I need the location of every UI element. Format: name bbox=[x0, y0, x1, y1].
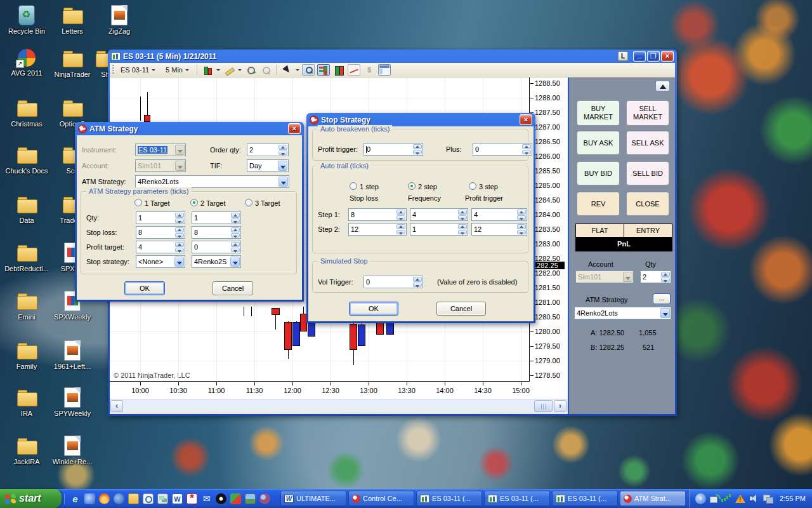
start-button[interactable]: start bbox=[0, 489, 62, 508]
desktop-icon-christmas[interactable]: Christmas bbox=[4, 98, 49, 128]
spin-down-icon[interactable] bbox=[278, 150, 287, 156]
stop-loss-1-stepper[interactable]: 8 bbox=[136, 226, 185, 239]
spinner-arrows[interactable] bbox=[396, 224, 405, 234]
spin-up-icon[interactable] bbox=[517, 224, 526, 229]
step2-stop-loss-stepper[interactable]: 12 bbox=[348, 223, 407, 236]
mail-icon[interactable] bbox=[201, 493, 212, 504]
messenger-icon[interactable] bbox=[84, 493, 95, 504]
spinner-arrows[interactable] bbox=[231, 227, 240, 237]
step1-frequency-stepper[interactable]: 4 bbox=[410, 208, 468, 221]
instrument-select[interactable]: ES 03-11 bbox=[135, 144, 186, 156]
spin-down-icon[interactable] bbox=[175, 248, 184, 253]
spinner-arrows[interactable] bbox=[175, 213, 184, 223]
spinner-arrows[interactable] bbox=[231, 213, 240, 223]
market-depth-button[interactable] bbox=[332, 64, 345, 76]
taskbar-button-es-03-11-[interactable]: ES 03-11 (... bbox=[552, 491, 618, 506]
firefox-icon[interactable] bbox=[99, 493, 110, 504]
scroll-right-button[interactable]: › bbox=[554, 400, 566, 412]
spin-up-icon[interactable] bbox=[661, 272, 670, 277]
executions-button[interactable] bbox=[363, 64, 376, 76]
desktop-icon-family[interactable]: Family bbox=[4, 340, 49, 371]
combo-arrow-icon[interactable] bbox=[230, 257, 240, 267]
data-box-button[interactable] bbox=[302, 64, 315, 76]
volume-icon[interactable] bbox=[749, 493, 759, 504]
spin-up-icon[interactable] bbox=[413, 144, 422, 149]
spin-down-icon[interactable] bbox=[175, 233, 184, 238]
spin-up-icon[interactable] bbox=[231, 227, 240, 232]
radio-1-step[interactable] bbox=[350, 182, 357, 190]
spinner-arrows[interactable] bbox=[458, 210, 467, 220]
spin-up-icon[interactable] bbox=[231, 242, 240, 247]
time-axis[interactable]: 10:0010:3011:0011:3012:0012:3013:0013:30… bbox=[110, 382, 568, 399]
step1-profit-trigger-stepper[interactable]: 4 bbox=[471, 208, 527, 221]
combo-arrow-icon[interactable] bbox=[175, 161, 185, 171]
order-qty-stepper[interactable]: 2 bbox=[247, 144, 289, 156]
instrument-dropdown[interactable]: ES 03-11 bbox=[117, 64, 159, 76]
desktop-icon-emini[interactable]: Emini bbox=[4, 291, 49, 321]
spin-up-icon[interactable] bbox=[413, 277, 422, 282]
taskbar-button-ultimate-[interactable]: ULTIMATE... bbox=[280, 491, 346, 506]
spinner-arrows[interactable] bbox=[278, 145, 287, 155]
atm-more-button[interactable]: ... bbox=[653, 293, 671, 304]
spin-down-icon[interactable] bbox=[517, 230, 526, 235]
chart-trader-button[interactable] bbox=[317, 64, 330, 76]
spin-up-icon[interactable] bbox=[231, 213, 240, 218]
scrollbar-thumb[interactable] bbox=[534, 400, 553, 412]
remote-desktop-icon[interactable] bbox=[157, 493, 168, 504]
tray-chevron-icon[interactable]: ‹ bbox=[695, 493, 706, 504]
combo-arrow-icon[interactable] bbox=[174, 257, 184, 267]
minimize-button[interactable]: _ bbox=[633, 51, 646, 62]
atm-strategy-select[interactable]: 4Renko2Lots bbox=[574, 307, 671, 319]
ok-button[interactable]: OK bbox=[349, 302, 398, 316]
buy-ask-button[interactable]: BUY ASK bbox=[577, 131, 620, 155]
qty-2-stepper[interactable]: 1 bbox=[192, 211, 241, 224]
spinner-arrows[interactable] bbox=[522, 144, 531, 154]
close-button[interactable]: × bbox=[661, 51, 674, 62]
quicken-icon[interactable] bbox=[230, 493, 241, 504]
spinner-arrows[interactable] bbox=[661, 272, 670, 282]
record-icon[interactable] bbox=[216, 493, 226, 504]
folder-icon[interactable] bbox=[128, 493, 139, 504]
taskbar-button-es-03-11-[interactable]: ES 03-11 (... bbox=[484, 491, 550, 506]
spin-up-icon[interactable] bbox=[175, 227, 184, 232]
radio-3-step[interactable] bbox=[469, 182, 476, 190]
profit-target-2-stepper[interactable]: 0 bbox=[192, 241, 241, 253]
spin-up-icon[interactable] bbox=[175, 213, 184, 218]
interval-dropdown[interactable]: 5 Min bbox=[162, 64, 193, 76]
desktop-icon-jackira[interactable]: JackIRA bbox=[4, 436, 49, 466]
buy-market-button[interactable]: BUY MARKET bbox=[577, 100, 620, 126]
spinner-arrows[interactable] bbox=[413, 144, 422, 154]
radio-3-target[interactable] bbox=[245, 199, 252, 206]
cancel-button[interactable]: Cancel bbox=[213, 281, 253, 295]
spin-up-icon[interactable] bbox=[396, 224, 405, 229]
step2-profit-trigger-stepper[interactable]: 12 bbox=[471, 223, 527, 236]
combo-arrow-icon[interactable] bbox=[660, 308, 670, 318]
spin-down-icon[interactable] bbox=[517, 215, 526, 220]
zoom-in-button[interactable] bbox=[244, 64, 257, 76]
paint-icon[interactable] bbox=[245, 493, 256, 504]
signal-strength-icon[interactable] bbox=[721, 493, 731, 504]
spin-down-icon[interactable] bbox=[661, 277, 670, 283]
maximize-button[interactable]: ❐ bbox=[647, 51, 660, 62]
spinner-arrows[interactable] bbox=[517, 210, 526, 220]
spin-down-icon[interactable] bbox=[413, 150, 422, 155]
spinner-arrows[interactable] bbox=[175, 242, 184, 252]
spin-down-icon[interactable] bbox=[458, 215, 467, 220]
tif-select[interactable]: Day bbox=[247, 159, 289, 172]
stop-loss-2-stepper[interactable]: 8 bbox=[192, 226, 241, 239]
combo-arrow-icon[interactable] bbox=[278, 161, 287, 171]
close-position-button[interactable]: CLOSE bbox=[626, 192, 669, 216]
taskbar-button-es-03-11-[interactable]: ES 03-11 (... bbox=[416, 491, 482, 506]
panel-button[interactable] bbox=[378, 64, 391, 76]
close-icon[interactable]: × bbox=[288, 123, 301, 134]
desktop-icon-chuck-s-docs[interactable]: Chuck's Docs bbox=[4, 145, 49, 175]
price-axis[interactable]: 1282.25 1288.501288.001287.501287.001286… bbox=[530, 77, 568, 382]
spinner-arrows[interactable] bbox=[231, 242, 240, 252]
indicators-button[interactable] bbox=[348, 64, 360, 76]
alert-icon[interactable] bbox=[735, 495, 745, 503]
word-icon[interactable] bbox=[172, 493, 183, 504]
desktop-icon-spyweekly[interactable]: SPYWeekly bbox=[49, 387, 95, 418]
stop-dialog-titlebar[interactable]: Stop Strategy × bbox=[308, 113, 534, 126]
winamp-icon[interactable] bbox=[187, 493, 197, 504]
desktop-icon-avg-2011[interactable]: AVG 2011 bbox=[4, 48, 49, 77]
